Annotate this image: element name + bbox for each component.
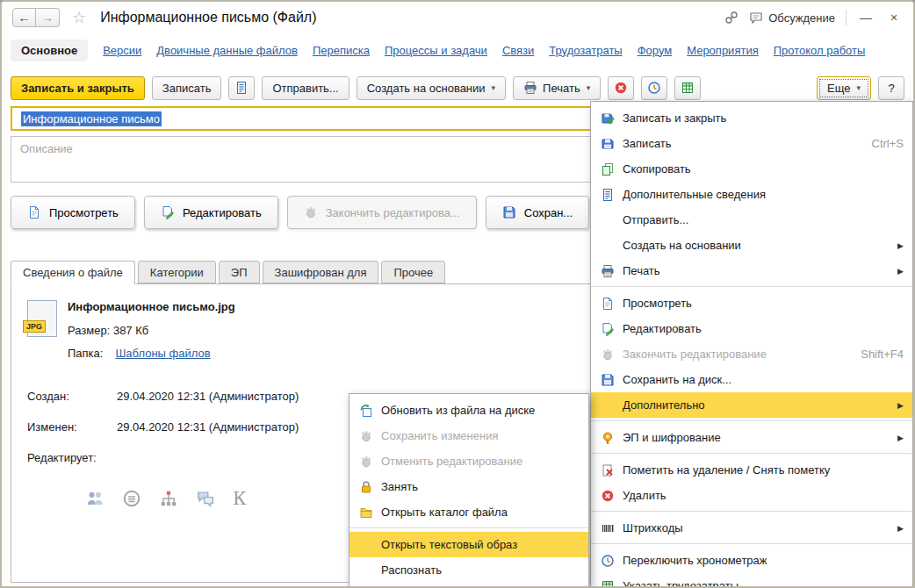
shortcut-label: Ctrl+S	[872, 137, 904, 150]
save-button[interactable]: Записать	[152, 76, 222, 100]
submenu-arrow-icon: ▶	[897, 524, 904, 533]
menu-item-open-text-image[interactable]: Открыть текстовый образ	[349, 532, 588, 557]
edit-label: Редактировать	[183, 206, 262, 219]
menu-item-set-labor-costs[interactable]: Указать трудозатраты	[591, 573, 912, 588]
participants-icon[interactable]	[85, 489, 104, 508]
menu-item-view[interactable]: Просмотреть	[591, 290, 912, 316]
menu-item-open-file-directory[interactable]: Открыть каталог файла	[349, 499, 588, 525]
clock-icon	[601, 554, 615, 568]
additional-info-button[interactable]	[228, 76, 255, 100]
view-label: Просмотреть	[49, 206, 119, 219]
minimize-button[interactable]: —	[857, 11, 875, 25]
menu-item-print[interactable]: Печать ▶	[591, 258, 912, 283]
window-title: Информационное письмо (Файл)	[100, 10, 316, 25]
menu-item-label: Переключить хронометраж	[623, 554, 904, 567]
menu-item-save-to-disk[interactable]: Сохранить на диск...	[591, 367, 912, 392]
menu-separator	[591, 420, 912, 421]
details-icon	[234, 81, 249, 95]
mark-delete-icon	[601, 463, 615, 477]
timekeeping-button[interactable]	[641, 76, 667, 100]
nav-item-labor-costs[interactable]: Трудозатраты	[549, 44, 622, 57]
nav-item-binary-data[interactable]: Двоичные данные файлов	[156, 44, 298, 57]
forward-button[interactable]: →	[36, 8, 60, 27]
back-button[interactable]: ←	[12, 8, 36, 27]
view-button[interactable]: Просмотреть	[11, 196, 135, 229]
help-button[interactable]: ?	[878, 76, 904, 100]
menu-item-cancel-editing: Отменить редактирование	[349, 448, 588, 474]
file-type-icon: JPG	[27, 300, 57, 337]
menu-item-barcodes[interactable]: Штрихкоды ▶	[591, 515, 912, 541]
tab-signature[interactable]: ЭП	[219, 261, 260, 283]
status-ring-icon[interactable]	[122, 489, 141, 508]
nav-item-forum[interactable]: Форум	[638, 44, 673, 57]
finish-editing-button: Закончить редактирова...	[287, 196, 477, 229]
menu-item-label: Открыть текстовый образ	[381, 538, 580, 551]
menu-item-toggle-timekeeping[interactable]: Переключить хронометраж	[591, 548, 912, 573]
nav-item-links[interactable]: Связи	[502, 44, 534, 57]
submenu-arrow-icon: ▶	[897, 401, 904, 410]
menu-item-refresh-from-disk[interactable]: Обновить из файла на диске	[349, 398, 588, 423]
created-value: 29.04.2020 12:31 (Администратор)	[117, 390, 299, 403]
detail-tabs: Сведения о файле Категории ЭП Зашифрован…	[11, 261, 448, 283]
mark-deletion-button[interactable]	[608, 76, 634, 100]
nav-item-main[interactable]: Основное	[11, 39, 88, 61]
menu-item-label: Сохранить на диск...	[623, 373, 904, 386]
save-and-close-button[interactable]: Записать и закрыть	[11, 76, 145, 100]
close-button[interactable]: ×	[885, 11, 903, 25]
created-label: Создан:	[27, 390, 117, 403]
menu-item-edit[interactable]: Редактировать	[591, 316, 912, 341]
tab-encrypted-for[interactable]: Зашифрован для	[263, 261, 379, 283]
tab-categories[interactable]: Категории	[138, 261, 216, 283]
menu-item-recognize[interactable]: Распознать	[349, 557, 588, 583]
menu-item-create-based-on[interactable]: Создать на основании ▶	[591, 233, 912, 258]
additional-submenu: Обновить из файла на диске Сохранить изм…	[349, 393, 589, 587]
menu-item-send[interactable]: Отправить...	[591, 207, 912, 233]
save-to-disk-button[interactable]: Сохран...	[486, 196, 589, 229]
history-buttons: ← →	[12, 8, 60, 27]
table-icon	[601, 579, 615, 588]
menu-item-delete[interactable]: Удалить	[591, 483, 912, 508]
tab-other[interactable]: Прочее	[381, 261, 445, 283]
menu-item-lock-file[interactable]: Занять	[349, 474, 588, 499]
menu-item-save-and-close[interactable]: Записать и закрыть	[591, 105, 912, 131]
discussion-button[interactable]: Обсуждение	[749, 11, 835, 25]
view-page-icon	[27, 205, 41, 219]
discussion-label: Обсуждение	[768, 11, 835, 25]
menu-item-label: Открыть каталог файла	[381, 506, 580, 519]
name-value-selected: Информационное письмо	[21, 111, 162, 126]
menu-item-save[interactable]: Записать Ctrl+S	[591, 131, 912, 156]
nav-item-events[interactable]: Мероприятия	[687, 44, 759, 57]
create-based-on-button[interactable]: Создать на основании ▾	[357, 76, 506, 100]
menu-item-mark-deletion[interactable]: Пометить на удаление / Снять пометку	[591, 457, 912, 483]
structure-icon[interactable]	[159, 489, 178, 508]
favorite-star-icon[interactable]: ☆	[72, 8, 86, 27]
more-button[interactable]: Еще ▾	[817, 76, 871, 100]
menu-item-additional-info[interactable]: Дополнительные сведения	[591, 182, 912, 207]
create-based-on-label: Создать на основании	[367, 82, 486, 95]
lock-icon	[359, 480, 373, 494]
menu-item-additional[interactable]: Дополнительно ▶	[591, 392, 912, 418]
print-button[interactable]: Печать ▾	[513, 76, 601, 100]
nav-item-correspondence[interactable]: Переписка	[313, 44, 370, 57]
editor-row: Редактирует:	[27, 451, 117, 464]
caret-down-icon: ▾	[492, 83, 496, 92]
send-button[interactable]: Отправить...	[262, 76, 349, 100]
folder-link[interactable]: Шаблоны файлов	[115, 347, 210, 360]
link-icon[interactable]	[724, 11, 738, 25]
edit-button[interactable]: Редактировать	[144, 196, 278, 229]
menu-item-copy[interactable]: Скопировать	[591, 156, 912, 182]
menu-item-signature-encryption[interactable]: ЭП и шифрование ▶	[591, 425, 912, 450]
comments-icon[interactable]	[196, 489, 215, 508]
more-menu: Записать и закрыть Записать Ctrl+S Скопи…	[590, 101, 913, 588]
menu-item-finish-editing: Закончить редактирование Shift+F4	[591, 341, 912, 367]
labor-costs-button[interactable]	[674, 76, 701, 100]
tab-file-info[interactable]: Сведения о файле	[11, 261, 135, 284]
cancel-editing-icon	[359, 455, 373, 469]
section-nav: Основное Версии Двоичные данные файлов П…	[2, 35, 913, 65]
nav-item-processes-tasks[interactable]: Процессы и задачи	[385, 44, 487, 57]
nav-item-work-log[interactable]: Протокол работы	[774, 44, 866, 57]
menu-item-label: Редактировать	[623, 322, 904, 335]
clock-icon	[647, 81, 661, 95]
nav-item-versions[interactable]: Версии	[103, 44, 141, 57]
folder-label: Папка:	[68, 347, 103, 360]
